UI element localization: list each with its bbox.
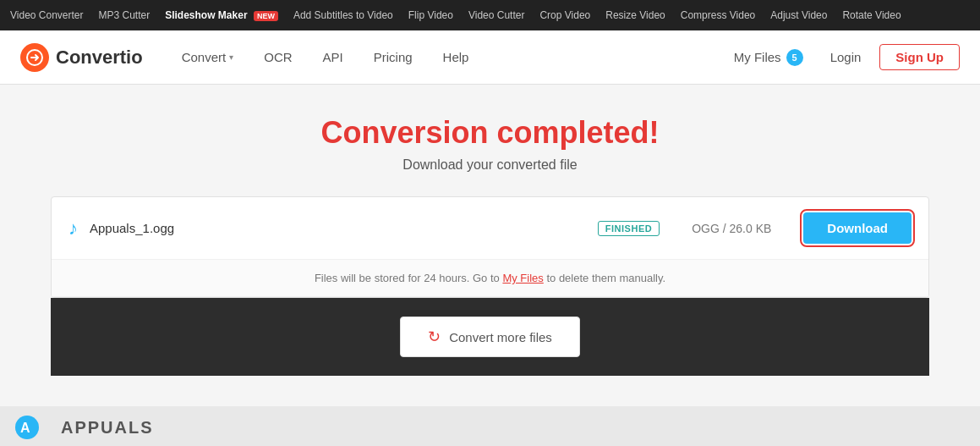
topbar-slideshow-maker[interactable]: Slideshow Maker NEW [165,9,278,21]
conversion-title: Conversion completed! [51,115,929,151]
file-row: ♪ Appuals_1.ogg FINISHED OGG / 26.0 KB D… [52,197,928,260]
my-files-link[interactable]: My Files [502,272,543,284]
storage-notice-pre: Files will be stored for 24 hours. Go to [315,272,503,284]
topbar-mp3-cutter[interactable]: MP3 Cutter [99,9,151,21]
new-badge: NEW [254,11,278,21]
storage-notice-post: to delete them manually. [544,272,665,284]
main-content: Conversion completed! Download your conv… [0,85,980,406]
chevron-down-icon: ▾ [229,52,233,62]
convert-more-bar: ↻ Convert more files [51,298,929,376]
file-name: Appuals_1.ogg [90,221,586,235]
top-bar: Video Converter MP3 Cutter Slideshow Mak… [0,0,980,30]
files-count-badge: 5 [786,49,803,66]
download-button[interactable]: Download [803,212,912,244]
nav-pricing[interactable]: Pricing [362,43,424,71]
conversion-subtitle: Download your converted file [51,157,929,173]
convert-more-label: Convert more files [449,330,552,344]
main-header: Convertio Convert ▾ OCR API Pricing Help… [0,30,980,85]
status-badge: FINISHED [598,221,660,236]
music-icon: ♪ [68,217,78,240]
nav-convert[interactable]: Convert ▾ [170,43,246,71]
header-actions: My Files 5 Login Sign Up [725,44,960,71]
topbar-rotate-video[interactable]: Rotate Video [842,9,901,21]
storage-notice: Files will be stored for 24 hours. Go to… [52,260,928,297]
watermark-logo: A [14,413,56,442]
topbar-add-subtitles[interactable]: Add Subtitles to Video [293,9,393,21]
topbar-adjust-video[interactable]: Adjust Video [770,9,827,21]
topbar-compress-video[interactable]: Compress Video [681,9,756,21]
my-files-button[interactable]: My Files 5 [725,44,812,71]
svg-text:A: A [20,421,30,435]
logo[interactable]: Convertio [20,43,143,72]
file-card: ♪ Appuals_1.ogg FINISHED OGG / 26.0 KB D… [51,196,929,298]
my-files-label: My Files [734,50,781,64]
topbar-flip-video[interactable]: Flip Video [408,9,453,21]
logo-icon [20,43,49,72]
nav-api[interactable]: API [311,43,355,71]
topbar-video-cutter[interactable]: Video Cutter [468,9,525,21]
watermark-text: APPUALS [61,418,154,438]
topbar-video-converter[interactable]: Video Converter [10,9,84,21]
logo-text: Convertio [56,47,143,69]
login-button[interactable]: Login [822,45,870,69]
topbar-resize-video[interactable]: Resize Video [605,9,665,21]
nav-help[interactable]: Help [431,43,481,71]
signup-button[interactable]: Sign Up [879,44,960,70]
main-nav: Convert ▾ OCR API Pricing Help [170,43,725,71]
refresh-icon: ↻ [428,328,441,346]
topbar-crop-video[interactable]: Crop Video [539,9,590,21]
bottom-watermark: A APPUALS [0,406,980,446]
file-size: OGG / 26.0 KB [692,222,771,235]
nav-ocr[interactable]: OCR [252,43,304,71]
convert-more-button[interactable]: ↻ Convert more files [400,317,580,357]
